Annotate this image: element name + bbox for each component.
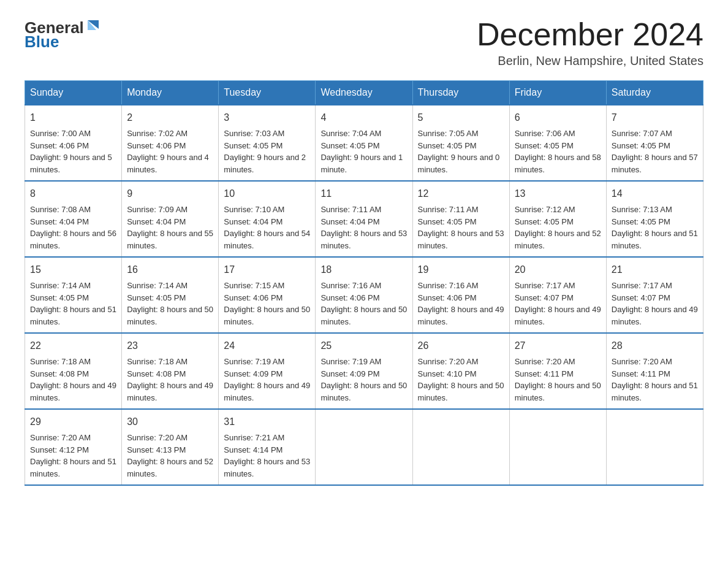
sunrise-label: Sunrise: 7:11 AM [320,205,381,214]
sunset-label: Sunset: 4:11 PM [515,369,574,378]
day-cell-11: 11Sunrise: 7:11 AMSunset: 4:04 PMDayligh… [316,181,412,257]
daylight-label: Daylight: 8 hours and 53 minutes. [320,229,407,250]
empty-cell [509,409,606,485]
day-number: 10 [224,186,310,201]
daylight-label: Daylight: 8 hours and 50 minutes. [320,381,407,402]
daylight-label: Daylight: 8 hours and 49 minutes. [418,305,504,326]
daylight-label: Daylight: 8 hours and 49 minutes. [224,381,310,402]
day-number: 4 [320,110,407,125]
day-number: 8 [30,186,116,201]
sunrise-label: Sunrise: 7:13 AM [612,205,672,214]
sunset-label: Sunset: 4:07 PM [515,293,574,302]
day-cell-6: 6Sunrise: 7:06 AMSunset: 4:05 PMDaylight… [509,105,606,181]
week-row-4: 22Sunrise: 7:18 AMSunset: 4:08 PMDayligh… [25,333,703,409]
day-header-monday: Monday [122,81,219,105]
sunrise-label: Sunrise: 7:20 AM [127,433,188,442]
daylight-label: Daylight: 8 hours and 49 minutes. [30,381,116,402]
day-cell-13: 13Sunrise: 7:12 AMSunset: 4:05 PMDayligh… [509,181,606,257]
day-number: 20 [515,262,601,277]
sunrise-label: Sunrise: 7:05 AM [418,129,479,138]
day-cell-30: 30Sunrise: 7:20 AMSunset: 4:13 PMDayligh… [122,409,219,485]
sunset-label: Sunset: 4:05 PM [127,293,186,302]
sunset-label: Sunset: 4:12 PM [30,445,89,454]
daylight-label: Daylight: 9 hours and 5 minutes. [30,153,112,174]
sunrise-label: Sunrise: 7:20 AM [30,433,91,442]
sunrise-label: Sunrise: 7:03 AM [224,129,284,138]
daylight-label: Daylight: 8 hours and 57 minutes. [612,153,698,174]
day-cell-16: 16Sunrise: 7:14 AMSunset: 4:05 PMDayligh… [122,257,219,333]
location-title: Berlin, New Hampshire, United States [477,54,703,68]
day-header-saturday: Saturday [606,81,703,105]
daylight-label: Daylight: 8 hours and 49 minutes. [515,305,601,326]
sunset-label: Sunset: 4:06 PM [127,141,186,150]
sunrise-label: Sunrise: 7:16 AM [320,281,381,290]
day-number: 17 [224,262,310,277]
sunrise-label: Sunrise: 7:20 AM [515,357,575,366]
sunrise-label: Sunrise: 7:21 AM [224,433,284,442]
daylight-label: Daylight: 8 hours and 52 minutes. [515,229,601,250]
day-number: 16 [127,262,213,277]
week-row-3: 15Sunrise: 7:14 AMSunset: 4:05 PMDayligh… [25,257,703,333]
sunset-label: Sunset: 4:05 PM [30,293,89,302]
day-cell-17: 17Sunrise: 7:15 AMSunset: 4:06 PMDayligh… [219,257,316,333]
day-number: 27 [515,339,601,353]
calendar-table: SundayMondayTuesdayWednesdayThursdayFrid… [25,80,703,486]
daylight-label: Daylight: 9 hours and 2 minutes. [224,153,306,174]
day-cell-20: 20Sunrise: 7:17 AMSunset: 4:07 PMDayligh… [509,257,606,333]
sunset-label: Sunset: 4:08 PM [30,369,89,378]
sunset-label: Sunset: 4:14 PM [224,445,282,454]
daylight-label: Daylight: 8 hours and 56 minutes. [30,229,116,250]
day-number: 3 [224,110,310,125]
sunset-label: Sunset: 4:05 PM [612,141,670,150]
day-number: 29 [30,415,116,429]
day-cell-29: 29Sunrise: 7:20 AMSunset: 4:12 PMDayligh… [25,409,122,485]
day-number: 30 [127,415,213,429]
day-number: 18 [320,262,407,277]
day-number: 23 [127,339,213,353]
day-cell-10: 10Sunrise: 7:10 AMSunset: 4:04 PMDayligh… [219,181,316,257]
sunrise-label: Sunrise: 7:11 AM [418,205,479,214]
month-title: December 2024 [477,18,703,50]
logo: General Blue [25,18,102,52]
sunrise-label: Sunrise: 7:06 AM [515,129,575,138]
sunset-label: Sunset: 4:04 PM [30,217,89,226]
day-number: 6 [515,110,601,125]
day-cell-1: 1Sunrise: 7:00 AMSunset: 4:06 PMDaylight… [25,105,122,181]
daylight-label: Daylight: 8 hours and 49 minutes. [127,381,213,402]
sunset-label: Sunset: 4:04 PM [320,217,379,226]
day-number: 24 [224,339,310,353]
day-number: 5 [418,110,504,125]
day-cell-18: 18Sunrise: 7:16 AMSunset: 4:06 PMDayligh… [316,257,412,333]
sunrise-label: Sunrise: 7:20 AM [418,357,479,366]
day-cell-26: 26Sunrise: 7:20 AMSunset: 4:10 PMDayligh… [412,333,509,409]
day-number: 19 [418,262,504,277]
daylight-label: Daylight: 8 hours and 54 minutes. [224,229,310,250]
daylight-label: Daylight: 8 hours and 51 minutes. [612,229,698,250]
sunset-label: Sunset: 4:06 PM [224,293,282,302]
day-number: 21 [612,262,698,277]
day-number: 14 [612,186,698,201]
day-number: 13 [515,186,601,201]
day-cell-8: 8Sunrise: 7:08 AMSunset: 4:04 PMDaylight… [25,181,122,257]
sunrise-label: Sunrise: 7:19 AM [224,357,284,366]
daylight-label: Daylight: 8 hours and 49 minutes. [612,305,698,326]
sunset-label: Sunset: 4:06 PM [30,141,89,150]
daylight-label: Daylight: 8 hours and 51 minutes. [30,305,116,326]
sunset-label: Sunset: 4:06 PM [418,293,477,302]
daylight-label: Daylight: 8 hours and 50 minutes. [127,305,213,326]
sunset-label: Sunset: 4:10 PM [418,369,477,378]
sunset-label: Sunset: 4:13 PM [127,445,186,454]
sunset-label: Sunset: 4:04 PM [224,217,282,226]
day-number: 7 [612,110,698,125]
day-cell-27: 27Sunrise: 7:20 AMSunset: 4:11 PMDayligh… [509,333,606,409]
daylight-label: Daylight: 8 hours and 55 minutes. [127,229,213,250]
daylight-label: Daylight: 8 hours and 52 minutes. [127,457,213,478]
sunset-label: Sunset: 4:05 PM [320,141,379,150]
sunset-label: Sunset: 4:09 PM [320,369,379,378]
sunset-label: Sunset: 4:04 PM [127,217,186,226]
sunset-label: Sunset: 4:08 PM [127,369,186,378]
day-cell-4: 4Sunrise: 7:04 AMSunset: 4:05 PMDaylight… [316,105,412,181]
day-cell-19: 19Sunrise: 7:16 AMSunset: 4:06 PMDayligh… [412,257,509,333]
title-block: December 2024 Berlin, New Hampshire, Uni… [477,18,703,68]
page-header: General Blue December 2024 Berlin, New H… [25,18,703,68]
